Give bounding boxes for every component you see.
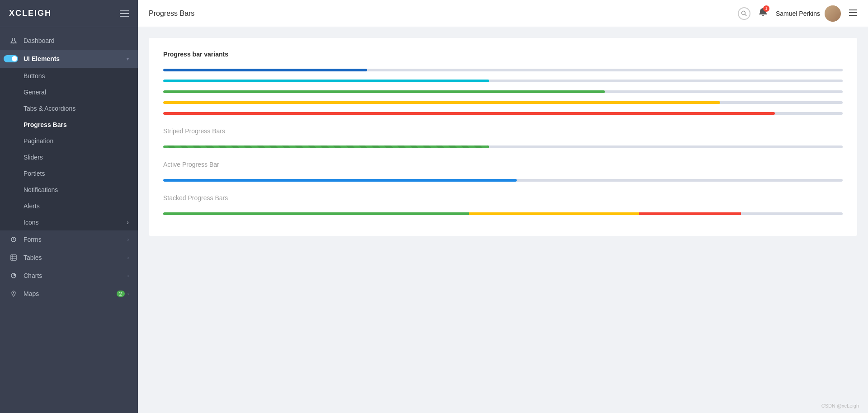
progress-bar-green: [163, 90, 843, 93]
section2-title: Striped Progress Bars: [163, 127, 843, 135]
sidebar-item-label-alerts: Alerts: [24, 202, 40, 210]
sidebar-item-portlets[interactable]: Portlets: [0, 165, 138, 182]
progress-track-green: [163, 90, 843, 93]
progress-bar-active: [163, 179, 843, 182]
progress-variants-card: Progress bar variants: [149, 38, 857, 236]
sidebar-header: XCLEIGH: [0, 0, 138, 27]
progress-fill-active: [163, 179, 517, 182]
progress-fill-striped: [163, 145, 489, 148]
sidebar-item-dashboard[interactable]: Dashboard: [0, 32, 138, 50]
progress-track-yellow: [163, 101, 843, 104]
chevron-right-icon-maps: ›: [127, 291, 129, 296]
app-logo: XCLEIGH: [9, 9, 52, 18]
sidebar-item-label-general: General: [24, 89, 46, 96]
chevron-down-icon: ▾: [127, 56, 129, 61]
sidebar-item-label-dashboard: Dashboard: [24, 37, 129, 44]
section4-title: Stacked Progress Bars: [163, 194, 843, 202]
maps-badge: 2: [117, 291, 125, 297]
stacked-fill-yellow: [469, 212, 639, 215]
sidebar-item-charts[interactable]: Charts ›: [0, 267, 138, 285]
progress-bar-striped: [163, 145, 843, 148]
topbar: Progress Bars 1 Samuel Perkins: [138, 0, 868, 27]
sidebar-toggle-button[interactable]: [120, 10, 129, 17]
sidebar-item-label-progress-bars: Progress Bars: [24, 121, 67, 128]
sidebar-item-icons[interactable]: Icons ›: [0, 214, 138, 230]
chevron-right-icon: ›: [127, 219, 129, 226]
stacked-fill-green: [163, 212, 469, 215]
footer-watermark: CSDN @xcLeigh: [821, 403, 859, 408]
sidebar-item-notifications[interactable]: Notifications: [0, 182, 138, 198]
topbar-menu-button[interactable]: [849, 9, 857, 18]
avatar-image: [825, 5, 841, 22]
tag-icon: [9, 254, 18, 261]
svg-point-7: [13, 292, 14, 294]
progress-fill-blue: [163, 69, 367, 71]
main-area: Progress Bars 1 Samuel Perkins: [138, 0, 868, 413]
sidebar-item-general[interactable]: General: [0, 84, 138, 100]
progress-track-striped: [163, 145, 843, 148]
progress-track-cyan: [163, 80, 843, 82]
sidebar-item-label-tabs: Tabs & Accordions: [24, 105, 75, 112]
sidebar-item-label-tables: Tables: [24, 254, 127, 261]
sidebar-item-label-notifications: Notifications: [24, 186, 58, 193]
section1-title: Progress bar variants: [163, 51, 843, 58]
sidebar-item-label-portlets: Portlets: [24, 170, 45, 177]
stacked-fill-red: [639, 212, 741, 215]
chevron-right-icon-tables: ›: [127, 255, 129, 260]
sidebar-item-label-pagination: Pagination: [24, 137, 53, 145]
svg-line-9: [745, 14, 747, 16]
pie-icon: [9, 272, 18, 279]
progress-bar-red: [163, 112, 843, 115]
topbar-right: 1 Samuel Perkins: [738, 5, 857, 22]
progress-bar-yellow: [163, 101, 843, 104]
sidebar-item-progress-bars[interactable]: Progress Bars: [0, 117, 138, 133]
sidebar-item-label-ui-elements: UI Elements: [24, 55, 127, 62]
circle-icon: [9, 236, 18, 243]
chevron-right-icon-charts: ›: [127, 273, 129, 278]
pin-icon: [9, 291, 18, 297]
progress-track-blue: [163, 69, 843, 71]
notifications-bell-button[interactable]: 1: [759, 7, 768, 19]
sidebar-item-label-buttons: Buttons: [24, 72, 45, 80]
bell-badge: 1: [763, 5, 769, 12]
sidebar: XCLEIGH Dashboard UI Elements ▾: [0, 0, 138, 413]
toggle-switch-ui: [4, 55, 18, 62]
sidebar-item-ui-elements[interactable]: UI Elements ▾: [0, 50, 138, 68]
flask-icon: [9, 38, 18, 44]
progress-bar-stacked: [163, 212, 843, 215]
sidebar-item-tables[interactable]: Tables ›: [0, 249, 138, 267]
content-area: Progress bar variants: [138, 27, 868, 413]
section3-title: Active Progress Bar: [163, 161, 843, 168]
chevron-right-icon-forms: ›: [127, 237, 129, 242]
stacked-track: [163, 212, 843, 215]
progress-fill-green: [163, 90, 605, 93]
sidebar-item-pagination[interactable]: Pagination: [0, 133, 138, 149]
progress-bar-cyan: [163, 80, 843, 82]
sidebar-item-forms[interactable]: Forms ›: [0, 230, 138, 249]
sidebar-nav: Dashboard UI Elements ▾ Buttons General …: [0, 27, 138, 413]
page-title: Progress Bars: [149, 9, 194, 18]
sidebar-item-label-icons: Icons: [24, 219, 38, 226]
search-button[interactable]: [738, 7, 750, 20]
toggle-icon: [9, 55, 18, 62]
user-menu-button[interactable]: Samuel Perkins: [776, 5, 841, 22]
progress-bar-blue: [163, 69, 843, 71]
sidebar-item-buttons[interactable]: Buttons: [0, 68, 138, 84]
sidebar-submenu-ui: Buttons General Tabs & Accordions Progre…: [0, 68, 138, 230]
sidebar-item-label-sliders: Sliders: [24, 154, 43, 161]
sidebar-item-tabs-accordions[interactable]: Tabs & Accordions: [0, 100, 138, 117]
sidebar-item-sliders[interactable]: Sliders: [0, 149, 138, 165]
sidebar-item-label-forms: Forms: [24, 236, 127, 243]
progress-track-active: [163, 179, 843, 182]
svg-point-0: [14, 43, 14, 44]
progress-fill-red: [163, 112, 775, 115]
sidebar-item-alerts[interactable]: Alerts: [0, 198, 138, 214]
sidebar-item-label-charts: Charts: [24, 272, 127, 279]
progress-track-red: [163, 112, 843, 115]
username-label: Samuel Perkins: [776, 10, 820, 17]
avatar: [825, 5, 841, 22]
svg-rect-2: [11, 255, 16, 260]
sidebar-item-maps[interactable]: Maps 2 ›: [0, 285, 138, 303]
progress-fill-cyan: [163, 80, 489, 82]
progress-fill-yellow: [163, 101, 720, 104]
